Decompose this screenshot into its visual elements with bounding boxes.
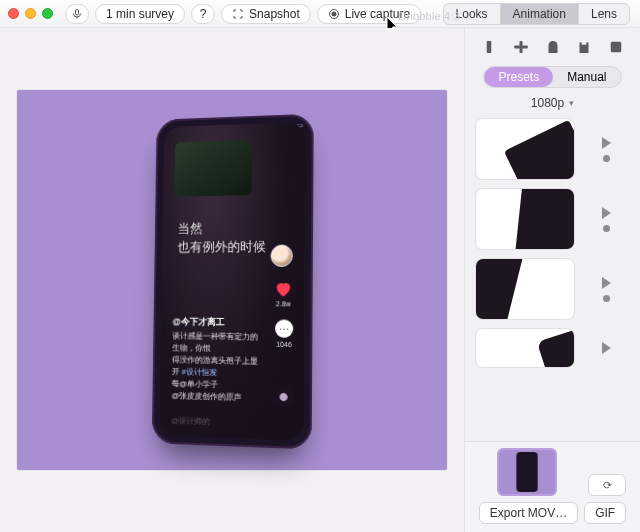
comment-count: 1046 — [275, 341, 293, 348]
canvas-size-label: Dribbble 4:3 — [398, 10, 460, 22]
help-label: ? — [200, 7, 207, 21]
resolution-dropdown[interactable]: 1080p ▾ — [465, 94, 640, 116]
preset-thumb-3[interactable] — [475, 258, 575, 320]
shape-bar-button[interactable] — [509, 36, 533, 58]
like-count: 2.8w — [273, 300, 293, 307]
preset-2-more-button[interactable] — [603, 225, 610, 232]
svg-rect-0 — [76, 9, 79, 15]
minimize-window-button[interactable] — [25, 8, 36, 19]
snapshot-icon — [232, 8, 244, 20]
preset-3-more-button[interactable] — [603, 295, 610, 302]
mode-tabs: Looks Animation Lens — [443, 3, 630, 25]
phone-screen: 当然 也有例外的时候 2.8w 1046 @今下才离工 谈计感是一种带有定 — [159, 122, 305, 441]
tab-lens[interactable]: Lens — [578, 4, 629, 24]
shape-rect-button[interactable] — [477, 36, 501, 58]
preset-2-play-button[interactable] — [602, 207, 611, 219]
preset-thumb-4[interactable] — [475, 328, 575, 368]
export-mov-button[interactable]: Export MOV… — [479, 502, 578, 524]
preset-4-play-button[interactable] — [602, 342, 611, 354]
shape-notch-button[interactable] — [572, 36, 596, 58]
comment-icon — [275, 319, 293, 338]
export-gif-button[interactable]: GIF — [584, 502, 626, 524]
comment-stack: 1046 — [275, 319, 293, 348]
hashtag: #设计恒发 — [182, 367, 217, 377]
export-mov-label: Export MOV… — [490, 506, 567, 520]
side-panel: Presets Manual 1080p ▾ — [464, 28, 640, 532]
shape-square-button[interactable] — [604, 36, 628, 58]
record-icon — [328, 8, 340, 20]
video-still — [174, 140, 252, 197]
presets-tab[interactable]: Presets — [484, 67, 553, 87]
tab-lens-label: Lens — [591, 7, 617, 21]
selected-preset-thumb[interactable] — [497, 448, 557, 496]
app-toolbar: 1 min survey ? Snapshot Live capture Loo… — [0, 0, 640, 28]
manual-tab-label: Manual — [567, 70, 606, 84]
author-avatar — [271, 245, 293, 267]
like-stack: 2.8w — [273, 279, 293, 307]
preset-3-play-button[interactable] — [602, 277, 611, 289]
sound-marquee: @张皮皮创作的原声 — [171, 391, 241, 402]
window-controls — [8, 8, 53, 19]
caption-line-1: 谈计感是一种带有定力的生物，你恨 — [172, 331, 258, 352]
duration-button[interactable]: ⟳ — [588, 474, 626, 496]
preset-1-more-button[interactable] — [603, 155, 610, 162]
manual-tab[interactable]: Manual — [553, 67, 620, 87]
caption-line-3: 每@单小学子 — [172, 379, 219, 389]
preset-thumb-1[interactable] — [475, 118, 575, 180]
tab-looks-label: Looks — [456, 7, 488, 21]
panel-footer: ⟳ Export MOV… GIF — [465, 441, 640, 532]
headline-line-2: 也有例外的时候 — [177, 239, 266, 255]
snapshot-button[interactable]: Snapshot — [221, 4, 311, 24]
presets-tab-label: Presets — [498, 70, 539, 84]
caption-block: @今下才离工 谈计感是一种带有定力的生物，你恨 得没作的游离头孢子上显开 #设计… — [171, 315, 264, 405]
help-button[interactable]: ? — [191, 4, 215, 24]
mic-button[interactable] — [65, 4, 89, 24]
resolution-value: 1080p — [531, 96, 564, 110]
headline-line-1: 当然 — [178, 221, 203, 236]
loop-icon: ⟳ — [603, 479, 612, 492]
sound-disc-icon — [273, 387, 293, 408]
tab-animation-label: Animation — [513, 7, 566, 21]
snapshot-label: Snapshot — [249, 7, 300, 21]
author-handle: @今下才离工 — [172, 315, 264, 329]
stage: ▮ ⌔ ▭ 当然 也有例外的时候 2.8w — [17, 90, 447, 470]
close-window-button[interactable] — [8, 8, 19, 19]
device-shape-row — [465, 28, 640, 64]
svg-point-1 — [331, 11, 336, 16]
heart-icon — [273, 279, 293, 297]
zoom-window-button[interactable] — [42, 8, 53, 19]
mic-icon — [71, 8, 83, 20]
chevron-down-icon: ▾ — [569, 98, 574, 108]
preset-1-play-button[interactable] — [602, 137, 611, 149]
preset-thumb-2[interactable] — [475, 188, 575, 250]
export-gif-label: GIF — [595, 506, 615, 520]
canvas[interactable]: Dribbble 4:3 ▮ ⌔ ▭ 当然 也有例外的时候 — [0, 28, 464, 532]
svg-rect-3 — [487, 41, 492, 53]
tab-animation[interactable]: Animation — [500, 4, 578, 24]
video-headline: 当然 也有例外的时候 — [177, 219, 266, 257]
svg-rect-6 — [611, 42, 622, 53]
survey-label: 1 min survey — [106, 7, 174, 21]
survey-button[interactable]: 1 min survey — [95, 4, 185, 24]
phone-mockup: ▮ ⌔ ▭ 当然 也有例外的时候 2.8w — [152, 114, 314, 450]
screen-watermark: @设计师的 — [171, 415, 210, 427]
shape-round-top-button[interactable] — [541, 36, 565, 58]
preset-list — [465, 116, 640, 441]
preset-mode-row: Presets Manual — [465, 64, 640, 94]
workspace: Dribbble 4:3 ▮ ⌔ ▭ 当然 也有例外的时候 — [0, 28, 640, 532]
svg-rect-5 — [519, 41, 522, 53]
